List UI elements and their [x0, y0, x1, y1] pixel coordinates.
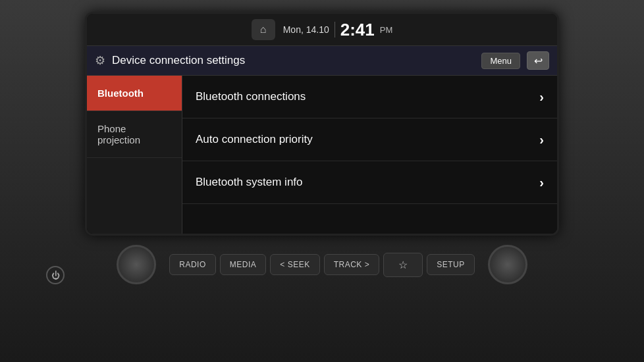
- power-icon: ⏻: [51, 271, 60, 280]
- right-menu: Bluetooth connections › Auto connection …: [182, 76, 557, 234]
- back-icon: ↩: [534, 55, 543, 67]
- favorite-button[interactable]: ☆: [383, 253, 423, 277]
- ampm-display: PM: [380, 25, 393, 35]
- media-button[interactable]: MEDIA: [220, 254, 267, 275]
- left-knob[interactable]: [117, 245, 156, 284]
- car-surround: ⌂ Mon, 14.10 2:41 PM ⚙ Device connection…: [0, 0, 644, 362]
- menu-item-bluetooth-connections[interactable]: Bluetooth connections ›: [182, 76, 557, 118]
- menu-button[interactable]: Menu: [481, 53, 520, 69]
- sidebar-item-label: Bluetooth: [97, 88, 144, 99]
- back-button[interactable]: ↩: [527, 51, 549, 70]
- date-display: Mon, 14.10: [283, 24, 329, 35]
- bottom-controls: ⏻ RADIO MEDIA < SEEK TRACK > ☆ SETUP: [0, 245, 644, 284]
- seek-back-button[interactable]: < SEEK: [270, 254, 319, 275]
- chevron-icon: ›: [539, 90, 544, 105]
- page-title: Device connection settings: [112, 54, 475, 67]
- buttons-row: RADIO MEDIA < SEEK TRACK > ☆ SETUP: [169, 253, 474, 277]
- gear-icon: ⚙: [95, 53, 105, 68]
- power-button[interactable]: ⏻: [46, 266, 65, 284]
- menu-item-bluetooth-system-info[interactable]: Bluetooth system info ›: [182, 161, 557, 204]
- divider: [335, 22, 335, 38]
- menu-item-label: Bluetooth system info: [196, 176, 303, 189]
- title-bar: ⚙ Device connection settings Menu ↩: [87, 46, 557, 76]
- home-button[interactable]: ⌂: [252, 19, 275, 40]
- chevron-icon: ›: [539, 132, 544, 147]
- right-knob[interactable]: [488, 245, 527, 284]
- menu-item-label: Auto connection priority: [196, 133, 313, 146]
- track-forward-button[interactable]: TRACK >: [324, 254, 380, 275]
- top-bar: ⌂ Mon, 14.10 2:41 PM: [87, 14, 557, 46]
- screen-bezel: ⌂ Mon, 14.10 2:41 PM ⚙ Device connection…: [85, 12, 559, 236]
- menu-item-label: Bluetooth connections: [196, 90, 306, 103]
- radio-button[interactable]: RADIO: [169, 254, 216, 275]
- time-display: 2:41: [340, 20, 375, 40]
- menu-item-auto-connection-priority[interactable]: Auto connection priority ›: [182, 118, 557, 161]
- left-sidebar: Bluetooth Phone projection: [87, 76, 182, 234]
- sidebar-item-label: Phone projection: [97, 123, 140, 145]
- sidebar-item-bluetooth[interactable]: Bluetooth: [87, 76, 182, 111]
- home-icon: ⌂: [260, 24, 267, 36]
- date-time-display: Mon, 14.10 2:41 PM: [283, 20, 393, 40]
- chevron-icon: ›: [539, 175, 544, 190]
- main-content: Bluetooth Phone projection Bluetooth con…: [87, 76, 557, 234]
- sidebar-item-phone-projection[interactable]: Phone projection: [87, 111, 182, 158]
- setup-button[interactable]: SETUP: [427, 254, 475, 275]
